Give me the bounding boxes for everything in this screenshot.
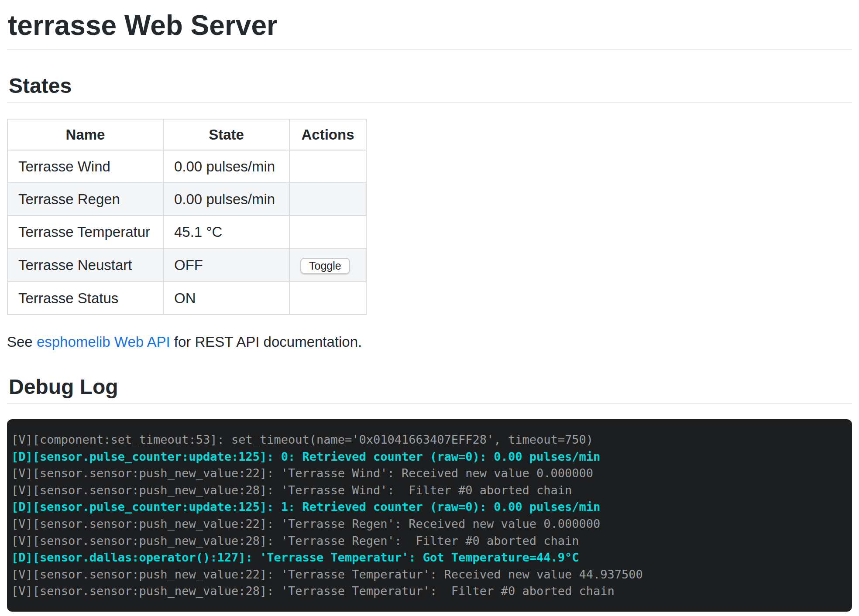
log-line: [V][sensor.sensor:push_new_value:22]: 'T… [11, 516, 848, 533]
api-note-prefix: See [7, 334, 37, 350]
entity-state: 0.00 pulses/min [163, 183, 289, 216]
log-line: [D][sensor.dallas:operator():127]: 'Terr… [11, 549, 848, 566]
log-line: [V][sensor.sensor:push_new_value:22]: 'T… [11, 566, 848, 583]
entity-name: Terrasse Regen [7, 183, 163, 216]
debug-log: [V][component:set_timeout:53]: set_timeo… [7, 419, 852, 612]
entity-actions: Toggle [289, 248, 366, 282]
entity-actions [289, 183, 366, 216]
entity-actions [289, 216, 366, 248]
column-header-state: State [163, 119, 289, 150]
log-line: [V][sensor.sensor:push_new_value:28]: 'T… [11, 533, 848, 550]
table-row: Terrasse Neustart OFF Toggle [7, 248, 366, 282]
log-line: [V][component:set_timeout:53]: set_timeo… [11, 431, 848, 448]
entity-actions [289, 150, 366, 183]
entity-name: Terrasse Neustart [7, 248, 163, 282]
column-header-actions: Actions [289, 119, 366, 150]
entity-actions [289, 282, 366, 315]
api-note-suffix: for REST API documentation. [170, 334, 362, 350]
log-line: [V][sensor.sensor:push_new_value:28]: 'T… [11, 583, 848, 600]
states-table-head: Name State Actions [7, 119, 366, 150]
header-row: Name State Actions [7, 119, 366, 150]
entity-name: Terrasse Status [7, 282, 163, 315]
entity-state: 0.00 pulses/min [163, 150, 289, 183]
states-table: Name State Actions Terrasse Wind 0.00 pu… [7, 119, 367, 315]
log-line: [V][sensor.sensor:push_new_value:22]: 'T… [11, 465, 848, 482]
states-table-body: Terrasse Wind 0.00 pulses/min Terrasse R… [7, 150, 366, 315]
entity-name: Terrasse Temperatur [7, 216, 163, 248]
toggle-button[interactable]: Toggle [300, 258, 350, 274]
table-row: Terrasse Status ON [7, 282, 366, 315]
entity-state: OFF [163, 248, 289, 282]
entity-name: Terrasse Wind [7, 150, 163, 183]
log-line: [D][sensor.pulse_counter:update:125]: 1:… [11, 499, 848, 516]
table-row: Terrasse Temperatur 45.1 °C [7, 216, 366, 248]
debug-log-heading: Debug Log [7, 376, 852, 404]
api-note: See esphomelib Web API for REST API docu… [7, 333, 852, 351]
esphomelib-web-api-link[interactable]: esphomelib Web API [37, 334, 170, 350]
page-title: terrasse Web Server [7, 0, 852, 50]
table-row: Terrasse Regen 0.00 pulses/min [7, 183, 366, 216]
column-header-name: Name [7, 119, 163, 150]
states-heading: States [7, 75, 852, 103]
entity-state: 45.1 °C [163, 216, 289, 248]
log-line: [D][sensor.pulse_counter:update:125]: 0:… [11, 448, 848, 465]
page-container: terrasse Web Server States Name State Ac… [0, 0, 859, 612]
log-line: [V][sensor.sensor:push_new_value:28]: 'T… [11, 482, 848, 499]
table-row: Terrasse Wind 0.00 pulses/min [7, 150, 366, 183]
entity-state: ON [163, 282, 289, 315]
